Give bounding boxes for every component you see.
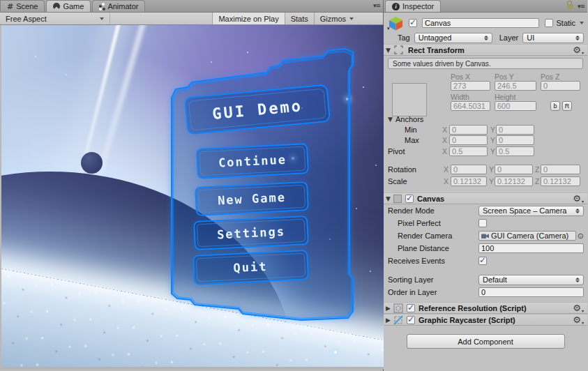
stats-button[interactable]: Stats (285, 13, 314, 24)
active-checkbox[interactable] (409, 19, 417, 27)
maximize-on-play-button[interactable]: Maximize on Play (212, 13, 284, 24)
max-y-field[interactable]: 0 (496, 135, 534, 145)
sorting-layer-dropdown[interactable]: Default (478, 275, 584, 285)
tab-animator[interactable]: Animator (92, 0, 145, 12)
scale-x-field[interactable]: 0.12132 (451, 176, 487, 186)
pivot-y-field[interactable]: 0.5 (496, 146, 534, 156)
canvas-component-title: Canvas (417, 195, 444, 203)
scene-grid-icon: # (7, 2, 13, 11)
gear-icon[interactable]: ⚙▾ (573, 303, 584, 313)
width-field[interactable]: 664.5031 (451, 101, 490, 111)
tag-value: Untagged (419, 33, 452, 42)
chevron-down-icon (100, 17, 104, 20)
pixel-perfect-checkbox[interactable] (478, 219, 487, 227)
blueprint-mode-button[interactable]: b (550, 101, 560, 111)
rect-transform-title: Rect Transform (408, 46, 465, 54)
render-mode-dropdown[interactable]: Screen Space – Camera (478, 206, 584, 216)
min-y-field[interactable]: 0 (496, 125, 534, 135)
y-axis-label: Y (488, 147, 496, 156)
rect-transform-fields: Pos X Pos Y Pos Z 273 246.5 0 Width Heig… (384, 72, 587, 111)
scale-y-field[interactable]: 0.12132 (495, 176, 533, 186)
z-axis-label: Z (533, 165, 541, 174)
y-axis-label: Y (488, 136, 496, 144)
gizmos-dropdown[interactable]: Gizmos (314, 13, 359, 24)
lock-icon[interactable] (567, 4, 573, 9)
gameobject-name-field[interactable]: Canvas (422, 18, 539, 28)
pos-z-field[interactable]: 0 (541, 81, 580, 91)
rotation-label: Rotation (388, 165, 444, 174)
anchors-min-row: Min X 0 Y 0 (384, 124, 587, 135)
popup-arrows-icon (575, 209, 580, 213)
x-axis-label: X (444, 177, 451, 186)
height-field[interactable]: 600 (495, 101, 536, 111)
rotation-y-field[interactable]: 0 (495, 165, 533, 174)
width-label: Width (451, 93, 490, 101)
layer-dropdown[interactable]: UI (522, 33, 584, 43)
maximize-on-play-label: Maximize on Play (218, 15, 278, 23)
settings-button[interactable]: Settings (194, 216, 308, 250)
rotation-row: Rotation X 0 Y 0 Z 0 (384, 163, 587, 175)
gameobject-cube-icon[interactable]: ▾ (388, 15, 404, 31)
inspector-panel: i Inspector ▾≡ ▾ Canvas (384, 0, 587, 371)
quit-button-label: Quit (233, 259, 268, 275)
continue-button[interactable]: Continue (197, 144, 308, 179)
static-dropdown-icon[interactable] (580, 22, 584, 24)
new-game-button[interactable]: New Game (195, 182, 308, 215)
pos-x-field[interactable]: 273 (451, 81, 490, 91)
rotation-z-field[interactable]: 0 (541, 165, 580, 174)
layer-label: Layer (499, 33, 519, 42)
animator-dots-icon (99, 5, 102, 8)
foldout-closed-icon[interactable]: ▶ (386, 317, 393, 324)
render-mode-label: Render Mode (388, 206, 435, 215)
pivot-label: Pivot (388, 147, 442, 156)
canvas-component-header: ▼ Canvas ⚙▾ (384, 192, 587, 204)
pos-y-label: Pos Y (495, 73, 536, 81)
gear-icon[interactable]: ⚙▾ (573, 45, 584, 55)
graphic-raycaster-title: Graphic Raycaster (Script) (419, 316, 515, 324)
gear-icon[interactable]: ⚙▾ (573, 315, 584, 325)
x-axis-label: X (444, 165, 451, 174)
inspector-tabbar: i Inspector ▾≡ (384, 0, 587, 13)
plane-distance-field[interactable]: 100 (478, 243, 584, 253)
max-x-field[interactable]: 0 (449, 135, 488, 145)
static-checkbox[interactable] (545, 19, 553, 27)
canvas-enabled-checkbox[interactable] (405, 195, 414, 203)
tab-game[interactable]: Game (46, 0, 91, 12)
tab-inspector[interactable]: i Inspector (385, 0, 441, 12)
receives-events-checkbox[interactable] (478, 257, 487, 265)
popup-arrows-icon (575, 36, 580, 40)
add-component-button[interactable]: Add Component (407, 334, 565, 349)
raw-edit-mode-button[interactable]: R (562, 101, 572, 111)
unity-editor-window: # Scene Game Animator ▾≡ Free Aspect Max… (0, 0, 588, 371)
camera-icon (481, 233, 489, 239)
render-camera-label: Render Camera (388, 232, 452, 240)
y-axis-label: Y (487, 165, 495, 174)
graphic-raycaster-header: ▶ Graphic Raycaster (Script) ⚙▾ (384, 314, 587, 326)
pane-menu-icon[interactable]: ▾≡ (373, 2, 380, 9)
pivot-x-field[interactable]: 0.5 (449, 146, 488, 156)
render-camera-object-field[interactable]: GUI Camera (Camera) (478, 231, 576, 241)
aspect-dropdown[interactable]: Free Aspect (0, 13, 110, 24)
anchor-preview-box[interactable] (392, 83, 427, 116)
tag-dropdown[interactable]: Untagged (414, 33, 492, 43)
order-in-layer-label: Order in Layer (388, 288, 437, 296)
object-picker-icon[interactable]: ⊙ (578, 232, 584, 241)
quit-button[interactable]: Quit (193, 250, 308, 285)
order-in-layer-field[interactable]: 0 (478, 287, 584, 297)
graphic-raycaster-checkbox[interactable] (407, 316, 415, 324)
pos-y-field[interactable]: 246.5 (495, 81, 536, 91)
render-mode-row: Render Mode Screen Space – Camera (384, 204, 587, 217)
sci-fi-menu-panel: GUI Demo Continue New Game Settings (1, 25, 384, 369)
foldout-open-icon[interactable]: ▼ (386, 195, 393, 202)
rotation-x-field[interactable]: 0 (451, 165, 487, 174)
inspector-menu-icon[interactable]: ▾≡ (578, 3, 585, 10)
game-toolbar-right: Maximize on Play Stats Gizmos (212, 13, 359, 24)
min-x-field[interactable]: 0 (449, 125, 488, 135)
foldout-closed-icon[interactable]: ▶ (386, 305, 393, 312)
tab-scene[interactable]: # Scene (0, 0, 45, 12)
gear-icon[interactable]: ⚙▾ (573, 193, 584, 204)
scale-z-field[interactable]: 0.12132 (541, 176, 580, 186)
reference-resolution-checkbox[interactable] (407, 304, 415, 312)
foldout-open-icon: ▼ (388, 116, 395, 123)
foldout-open-icon[interactable]: ▼ (386, 47, 393, 54)
